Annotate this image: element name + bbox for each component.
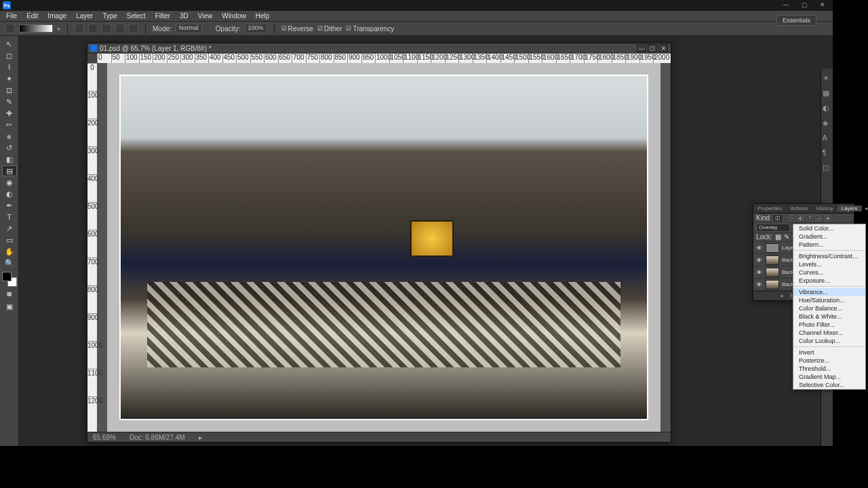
menu-layer[interactable]: Layer [71,12,98,20]
layers-panel-icon[interactable]: ◫ [823,163,832,173]
gradient-linear-icon[interactable] [75,24,84,33]
screenmode-icon[interactable]: ▣ [2,300,17,312]
menu-edit[interactable]: Edit [22,12,43,20]
path-tool-icon[interactable]: ↗ [2,223,17,234]
menu-window[interactable]: Window [217,12,251,20]
menu-select[interactable]: Select [122,12,151,20]
menu-selective-color[interactable]: Selective Color... [793,381,865,389]
adjustments-panel-icon[interactable]: ◐ [823,104,832,113]
healing-tool-icon[interactable]: ✚ [2,108,17,119]
swatches-panel-icon[interactable]: ▦ [823,89,832,98]
zoom-tool-icon[interactable]: 🔍 [2,258,17,268]
wand-tool-icon[interactable]: ✦ [2,73,17,84]
zoom-level[interactable]: 65.69% [93,434,116,441]
doc-close-button[interactable]: ✕ [658,44,668,52]
doc-minimize-button[interactable]: — [637,44,646,52]
dither-checkbox[interactable]: ☑ Dither [317,25,342,33]
lock-pixels-icon[interactable]: ✎ [784,233,789,241]
menu-file[interactable]: File [1,12,22,20]
lock-transparency-icon[interactable]: ▦ [775,233,781,241]
menu-brightness-contrast[interactable]: Brightness/Contrast... [793,252,865,260]
vertical-ruler[interactable]: 0100200300400500600700800900100011001200 [87,63,97,432]
foreground-color[interactable] [2,272,12,281]
layer-thumbnail[interactable] [766,256,779,265]
link-layers-icon[interactable]: ⚭ [779,293,786,300]
menu-type[interactable]: Type [98,12,122,20]
menu-color-lookup[interactable]: Color Lookup... [793,337,865,345]
visibility-icon[interactable]: 👁 [756,257,763,264]
menu-image[interactable]: Image [43,12,71,20]
character-panel-icon[interactable]: A [823,134,832,143]
document-titlebar[interactable]: 01.psd @ 65.7% (Layer 1, RGB/8#) * — ▢ ✕ [87,43,671,54]
type-tool-icon[interactable]: T [2,211,17,222]
hand-tool-icon[interactable]: ✋ [2,246,17,257]
styles-panel-icon[interactable]: ◈ [823,119,832,128]
layer-blend-select[interactable]: Overlay [756,224,790,232]
menu-posterize[interactable]: Posterize... [793,357,865,365]
menu-photo-filter[interactable]: Photo Filter... [793,321,865,329]
menu-view[interactable]: View [193,12,218,20]
menu-invert[interactable]: Invert [793,348,865,357]
filter-type-icon[interactable]: T [806,215,813,222]
menu-exposure[interactable]: Exposure... [793,277,865,285]
gradient-preview[interactable] [19,24,53,33]
doc-info-arrow-icon[interactable]: ▸ [199,434,202,441]
tab-layers[interactable]: Layers [837,205,862,211]
color-panel-icon[interactable]: ☀ [823,74,832,83]
color-swatches[interactable] [2,272,17,287]
panel-collapse-icon[interactable]: ◂◂ [862,205,868,211]
workspace-switcher[interactable]: Essentials [776,15,816,26]
doc-maximize-button[interactable]: ▢ [648,44,657,52]
lasso-tool-icon[interactable]: ⌇ [2,62,17,73]
menu-3d[interactable]: 3D [175,12,193,20]
menu-pattern[interactable]: Pattern... [793,241,865,249]
visibility-icon[interactable]: 👁 [756,281,763,288]
menu-black-white[interactable]: Black & White... [793,312,865,321]
quickmask-icon[interactable]: ◙ [2,287,17,300]
menu-gradient-map[interactable]: Gradient Map... [793,373,865,381]
move-tool-icon[interactable]: ↖ [2,39,17,49]
gradient-radial-icon[interactable] [88,24,98,33]
gradient-diamond-icon[interactable] [129,24,138,33]
stamp-tool-icon[interactable]: ⎈ [2,131,17,142]
close-button[interactable]: ✕ [814,0,831,9]
filter-pixel-icon[interactable]: ▫ [789,215,795,222]
minimize-button[interactable]: — [778,0,794,9]
opacity-input[interactable]: 100% [245,24,267,33]
history-brush-tool-icon[interactable]: ↺ [2,142,17,153]
menu-help[interactable]: Help [251,12,275,20]
menu-curves[interactable]: Curves... [793,268,865,277]
eyedropper-tool-icon[interactable]: ✎ [2,96,17,107]
transparency-checkbox[interactable]: ☑ Transparency [346,25,394,33]
tab-properties[interactable]: Properties [753,205,786,211]
eraser-tool-icon[interactable]: ◧ [2,154,17,165]
filter-adjust-icon[interactable]: ◐ [797,215,804,222]
layer-thumbnail[interactable] [766,243,779,253]
filter-shape-icon[interactable]: ▱ [815,215,822,222]
filter-smart-icon[interactable]: ◈ [824,215,831,222]
tab-history[interactable]: History [812,205,837,211]
blend-mode-select[interactable]: Normal [176,24,202,33]
menu-hue-saturation[interactable]: Hue/Saturation... [793,296,865,304]
horizontal-ruler[interactable]: 0501001502002503003504004505005506006507… [97,54,671,63]
paragraph-panel-icon[interactable]: ¶ [823,148,832,158]
visibility-icon[interactable]: 👁 [756,245,763,251]
menu-filter[interactable]: Filter [151,12,175,20]
blur-tool-icon[interactable]: ◉ [2,177,17,188]
menu-gradient[interactable]: Gradient... [793,232,865,241]
visibility-icon[interactable]: 👁 [756,269,763,276]
gradient-tool-preset-icon[interactable] [5,24,15,33]
menu-channel-mixer[interactable]: Channel Mixer... [793,329,865,337]
canvas[interactable] [97,63,671,432]
menu-threshold[interactable]: Threshold... [793,365,865,373]
gradient-angle-icon[interactable] [102,24,111,33]
menu-levels[interactable]: Levels... [793,260,865,268]
menu-solid-color[interactable]: Solid Color... [793,224,865,232]
crop-tool-icon[interactable]: ⊡ [2,85,17,96]
doc-info[interactable]: Doc: 6.86M/27.4M [130,434,185,441]
gradient-tool-icon[interactable]: ▤ [2,165,17,176]
gradient-reflected-icon[interactable] [115,24,125,33]
reverse-checkbox[interactable]: ☑ Reverse [281,25,313,33]
shape-tool-icon[interactable]: ▭ [2,235,17,245]
menu-color-balance[interactable]: Color Balance... [793,304,865,312]
